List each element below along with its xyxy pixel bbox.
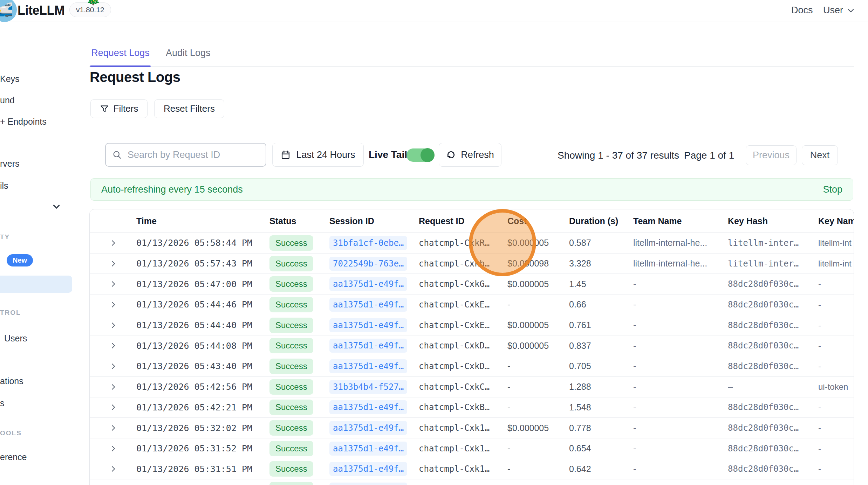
row-expand-button[interactable]: [90, 403, 136, 411]
sidebar-item[interactable]: s: [0, 398, 5, 408]
cell-key-name: -: [818, 402, 854, 412]
sidebar-item[interactable]: Keys: [0, 74, 20, 84]
session-id-link[interactable]: aa1375d1-e49f…: [329, 400, 407, 414]
row-expand-button[interactable]: [90, 383, 136, 391]
sidebar-item[interactable]: Users: [4, 333, 27, 344]
status-badge: Success: [269, 276, 313, 292]
session-id-link[interactable]: 31b3b4b4-f527…: [329, 380, 407, 394]
cell-key-name: litellm-int: [818, 259, 854, 269]
sidebar-item[interactable]: und: [0, 95, 15, 105]
column-header-request-id: Request ID: [419, 216, 507, 226]
cell-team-name: -: [633, 279, 728, 289]
cell-session-id: aa1375d1-e49f…: [329, 298, 419, 312]
cell-team-name: -: [633, 443, 728, 453]
cell-time: 01/13/2026 05:57:43 PM: [136, 258, 269, 269]
sidebar-active-item-wrap[interactable]: [0, 276, 72, 293]
live-tail-toggle[interactable]: [406, 148, 432, 162]
nav-user-menu[interactable]: User: [823, 5, 855, 16]
next-page-button[interactable]: Next: [802, 145, 838, 165]
session-id-link[interactable]: aa1375d1-e49f…: [329, 421, 407, 435]
search-input[interactable]: [127, 149, 259, 161]
row-expand-button[interactable]: [90, 239, 136, 247]
session-id-link[interactable]: aa1375d1-e49f…: [329, 318, 407, 332]
tab-request-logs[interactable]: Request Logs: [90, 48, 151, 58]
cell-team-name: litellm-internal-he...: [633, 258, 728, 269]
session-id-link[interactable]: aa1375d1-e49f…: [329, 277, 407, 291]
cell-request-id: chatcmpl-CxkR…: [419, 238, 507, 248]
cell-duration: 0.837: [569, 341, 633, 351]
user-menu-label: User: [823, 5, 843, 16]
cell-key-hash: litellm-inter…: [728, 238, 818, 248]
row-expand-button[interactable]: [90, 341, 136, 350]
sidebar-item[interactable]: rvers: [0, 159, 20, 169]
request-id-search[interactable]: [105, 143, 266, 167]
sidebar-expand-chevron-icon[interactable]: [51, 201, 62, 212]
previous-page-button[interactable]: Previous: [746, 145, 797, 165]
row-expand-button[interactable]: [90, 424, 136, 432]
cell-status: Success: [269, 482, 329, 485]
session-id-link[interactable]: aa1375d1-e49f…: [329, 339, 407, 353]
sidebar-item[interactable]: ations: [0, 376, 23, 386]
cell-key-hash: 88dc28d0f030c…: [728, 341, 818, 351]
sidebar-item-with-new-badge[interactable]: New: [7, 254, 33, 266]
row-expand-button[interactable]: [90, 280, 136, 288]
table-row: 01/13/2026 05:47:00 PM Success aa1375d1-…: [90, 274, 854, 295]
cell-key-hash: 88dc28d0f030c…: [728, 423, 818, 433]
stop-auto-refresh-button[interactable]: Stop: [823, 184, 842, 195]
status-badge: Success: [269, 461, 313, 477]
chevron-down-icon: [847, 6, 855, 15]
row-expand-button[interactable]: [90, 300, 136, 309]
row-expand-button[interactable]: [90, 465, 136, 473]
table-row: 01/13/2026 05:31:38 PM Success aa1375d1-…: [90, 479, 854, 485]
session-id-link[interactable]: 31bfa1cf-0ebe…: [329, 236, 407, 250]
litellm-logo-icon: 🚅: [0, 0, 17, 22]
sidebar-nav: Keysund+ EndpointsrversilsTYNewTROLUsers…: [0, 21, 74, 485]
cell-time: 01/13/2026 05:42:56 PM: [136, 382, 269, 392]
cell-key-name: -: [818, 279, 854, 289]
sidebar-item[interactable]: erence: [0, 452, 27, 462]
table-row: 01/13/2026 05:32:02 PM Success aa1375d1-…: [90, 418, 854, 438]
row-expand-button[interactable]: [90, 259, 136, 268]
session-id-link[interactable]: aa1375d1-e49f…: [329, 462, 407, 476]
row-expand-button[interactable]: [90, 362, 136, 370]
sidebar-item[interactable]: + Endpoints: [0, 117, 47, 127]
cell-status: Success: [269, 379, 329, 395]
status-badge: Success: [269, 318, 313, 333]
session-id-link[interactable]: aa1375d1-e49f…: [329, 483, 407, 485]
column-header-key-name: Key Name: [818, 216, 854, 226]
row-expand-button[interactable]: [90, 444, 136, 453]
cell-time: 01/13/2026 05:44:46 PM: [136, 299, 269, 310]
sidebar-item[interactable]: ils: [0, 181, 8, 191]
results-count: Showing 1 - 37 of 37 results: [558, 150, 679, 161]
refresh-button[interactable]: Refresh: [439, 143, 501, 167]
sidebar-section-label: TY: [0, 233, 10, 241]
column-header-session-id: Session ID: [329, 216, 419, 226]
session-id-link[interactable]: aa1375d1-e49f…: [329, 298, 407, 312]
session-id-link[interactable]: aa1375d1-e49f…: [329, 442, 407, 456]
time-range-button[interactable]: Last 24 Hours: [272, 143, 364, 167]
row-expand-button[interactable]: [90, 321, 136, 330]
status-badge: Success: [269, 379, 313, 395]
sidebar-active-item[interactable]: [0, 276, 72, 293]
cell-time: 01/13/2026 05:43:40 PM: [136, 361, 269, 371]
cell-request-id: chatcmpl-Cxk1…: [419, 423, 507, 433]
cell-cost: -: [507, 402, 569, 413]
session-id-link[interactable]: aa1375d1-e49f…: [329, 359, 407, 373]
previous-label: Previous: [753, 150, 790, 161]
cell-session-id: aa1375d1-e49f…: [329, 339, 419, 353]
cell-session-id: aa1375d1-e49f…: [329, 359, 419, 373]
tab-audit-logs[interactable]: Audit Logs: [166, 48, 211, 58]
status-badge: Success: [269, 400, 313, 415]
reset-filters-button[interactable]: Reset Filters: [154, 99, 224, 118]
cell-duration: 1.288: [569, 382, 633, 392]
column-header-team-name: Team Name: [633, 216, 728, 226]
cell-key-name: -: [818, 444, 854, 453]
nav-docs-link[interactable]: Docs: [791, 5, 813, 16]
filters-button[interactable]: Filters: [90, 99, 148, 118]
session-id-link[interactable]: 7022549b-763e…: [329, 257, 407, 271]
page-indicator: Page 1 of 1: [684, 150, 734, 161]
table-row: 01/13/2026 05:42:21 PM Success aa1375d1-…: [90, 397, 854, 418]
table-row: 01/13/2026 05:44:08 PM Success aa1375d1-…: [90, 335, 854, 356]
cell-key-hash: –: [728, 382, 818, 392]
cell-session-id: aa1375d1-e49f…: [329, 277, 419, 291]
